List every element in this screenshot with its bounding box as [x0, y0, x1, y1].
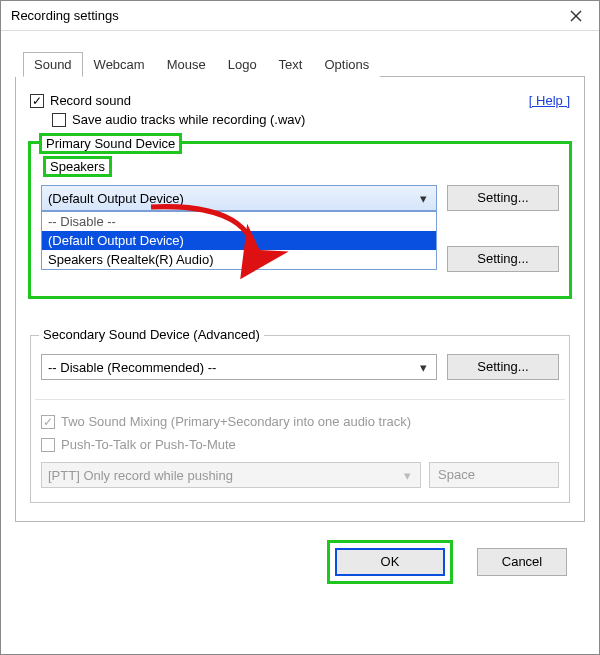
button-mic-setting[interactable]: Setting...: [447, 246, 559, 272]
dropdown-ptt-mode: [PTT] Only record while pushing ▾: [41, 462, 421, 488]
close-button[interactable]: [559, 4, 593, 28]
fieldset-secondary: Secondary Sound Device (Advanced) -- Dis…: [30, 335, 570, 503]
dropdown-ptt-value: [PTT] Only record while pushing: [48, 468, 233, 483]
button-secondary-setting[interactable]: Setting...: [447, 354, 559, 380]
tab-mouse[interactable]: Mouse: [156, 52, 217, 77]
label-record-sound: Record sound: [50, 93, 131, 108]
help-link[interactable]: [ Help ]: [529, 93, 570, 108]
tab-sound[interactable]: Sound: [23, 52, 83, 77]
checkbox-ptt: [41, 438, 55, 452]
label-ptt: Push-To-Talk or Push-To-Mute: [61, 437, 236, 452]
speakers-label: Speakers: [43, 156, 112, 177]
fieldset-primary: Primary Sound Device Speakers (Default O…: [30, 143, 570, 297]
chevron-down-icon: ▾: [400, 468, 414, 483]
window-title: Recording settings: [11, 8, 119, 23]
legend-primary: Primary Sound Device: [39, 133, 182, 154]
tab-strip: Sound Webcam Mouse Logo Text Options: [23, 51, 585, 77]
tab-options[interactable]: Options: [313, 52, 380, 77]
label-two-sound: Two Sound Mixing (Primary+Secondary into…: [61, 414, 411, 429]
legend-secondary: Secondary Sound Device (Advanced): [39, 327, 264, 342]
chevron-down-icon: ▾: [416, 360, 430, 375]
checkbox-save-wav[interactable]: [52, 113, 66, 127]
cancel-button[interactable]: Cancel: [477, 548, 567, 576]
tab-logo[interactable]: Logo: [217, 52, 268, 77]
ptt-key-field: Space: [429, 462, 559, 488]
list-item-disable[interactable]: -- Disable --: [42, 212, 436, 231]
chevron-down-icon: ▾: [416, 191, 430, 206]
dialog-footer: OK Cancel: [15, 522, 585, 600]
tab-pane-sound: Record sound [ Help ] Save audio tracks …: [15, 77, 585, 522]
checkbox-two-sound: [41, 415, 55, 429]
ok-button[interactable]: OK: [335, 548, 445, 576]
dropdown-speakers[interactable]: (Default Output Device) ▾: [41, 185, 437, 211]
tab-text[interactable]: Text: [268, 52, 314, 77]
dialog-window: Recording settings Sound Webcam Mouse Lo…: [0, 0, 600, 655]
titlebar: Recording settings: [1, 1, 599, 31]
content-area: Sound Webcam Mouse Logo Text Options Rec…: [1, 31, 599, 600]
ok-highlight: OK: [327, 540, 453, 584]
dropdown-secondary-value: -- Disable (Recommended) --: [48, 360, 216, 375]
label-save-wav: Save audio tracks while recording (.wav): [72, 112, 305, 127]
tab-webcam[interactable]: Webcam: [83, 52, 156, 77]
close-icon: [570, 10, 582, 22]
dropdown-speakers-value: (Default Output Device): [48, 191, 184, 206]
dropdown-secondary[interactable]: -- Disable (Recommended) -- ▾: [41, 354, 437, 380]
checkbox-record-sound[interactable]: [30, 94, 44, 108]
button-speakers-setting[interactable]: Setting...: [447, 185, 559, 211]
